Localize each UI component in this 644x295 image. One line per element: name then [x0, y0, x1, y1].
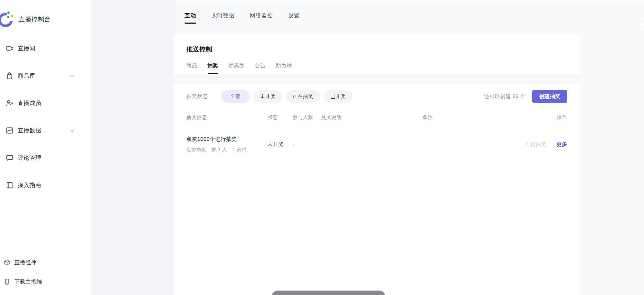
lottery-type: 点赞抽奖: [186, 146, 206, 153]
tab-settings[interactable]: 设置: [288, 12, 300, 24]
pill-label: 全部: [230, 93, 241, 100]
tab-label: 设置: [288, 12, 300, 18]
sidebar-item-product-library[interactable]: 商品库: [0, 62, 91, 89]
chart-icon: [6, 126, 14, 135]
subtab-label: 公告: [255, 62, 266, 68]
sidebar-item-label: 直播数据: [18, 127, 41, 135]
phone-icon: [4, 278, 10, 285]
subtab-boost-ranking[interactable]: 助力榜: [276, 62, 292, 74]
tab-realtime-data[interactable]: 实时数据: [211, 12, 234, 24]
sidebar-item-live-members[interactable]: 直播成员: [0, 89, 91, 117]
shopping-bag-icon: [6, 72, 14, 80]
status-filter-pills: 全部 未开奖 正在抽奖 已开奖: [221, 90, 352, 103]
main-content: 互动 实时数据 网络监控 设置 推送控制 商品 抽奖 优惠券 公告 助力榜 抽奖…: [91, 0, 644, 295]
push-type-tab-bar: 商品 抽奖 优惠券 公告 助力榜: [186, 62, 567, 74]
app-logo-row: 直播控制台: [0, 10, 91, 28]
push-control-card: 推送控制 商品 抽奖 优惠券 公告 助力榜 抽奖状态 全部 未开奖 正在抽奖 已…: [173, 34, 580, 295]
filter-pill-drawing[interactable]: 正在抽奖: [286, 90, 320, 103]
lottery-filter-row: 抽奖状态 全部 未开奖 正在抽奖 已开奖 还可以创建 99 个 创建抽奖: [186, 90, 567, 103]
comment-icon: [6, 154, 14, 162]
tab-label: 网络监控: [250, 12, 273, 18]
lottery-info-cell: 点赞1000个进行抽奖 点赞抽奖 抽 1 人 1 分钟: [186, 136, 268, 153]
chevron-down-icon[interactable]: [70, 74, 75, 78]
actions-cell: 开始抽奖 更多: [513, 141, 567, 148]
column-header: 参与人数: [293, 114, 321, 121]
sidebar-item-label: 接入指南: [18, 182, 41, 189]
filter-pill-drawn[interactable]: 已开奖: [324, 90, 352, 103]
sidebar-nav: 直播间 商品库 直播成员 直播数据: [0, 35, 91, 199]
column-header: 抽奖信息: [186, 114, 268, 121]
app-logo-icon: [0, 10, 16, 28]
column-header: 兑奖说明: [321, 114, 423, 121]
lottery-title: 点赞1000个进行抽奖: [186, 136, 268, 143]
filter-pill-all[interactable]: 全部: [221, 90, 250, 103]
video-camera-icon: [6, 44, 14, 52]
chevron-down-icon[interactable]: [70, 128, 75, 133]
remaining-quota-text: 还可以创建 99 个: [484, 93, 526, 100]
toast-notification: [272, 291, 385, 295]
sidebar-item-label: 直播成员: [18, 99, 41, 107]
section-divider-band: [173, 74, 580, 84]
sidebar-footer: 直播组件 下载主播端: [0, 246, 91, 295]
column-header: 状态: [268, 114, 293, 121]
subtab-label: 抽奖: [207, 62, 218, 68]
pill-label: 未开奖: [260, 93, 276, 100]
pill-label: 正在抽奖: [293, 93, 313, 100]
column-header: 备注: [423, 114, 513, 121]
sidebar-item-live-components[interactable]: 直播组件: [0, 253, 91, 272]
subtab-products[interactable]: 商品: [186, 62, 197, 74]
app-title: 直播控制台: [18, 15, 51, 24]
table-row: 点赞1000个进行抽奖 点赞抽奖 抽 1 人 1 分钟 未开奖 - 开始抽奖 更…: [186, 136, 567, 153]
sidebar-item-label: 商品库: [18, 72, 35, 80]
subtab-label: 商品: [186, 62, 197, 68]
sidebar: 直播控制台 直播间 商品库 直播成员: [0, 0, 91, 295]
subtab-label: 助力榜: [276, 62, 292, 68]
subtab-label: 优惠券: [228, 62, 245, 68]
column-header: 操作: [513, 114, 567, 121]
subtab-announcement[interactable]: 公告: [255, 62, 266, 74]
sidebar-item-label: 下载主播端: [14, 278, 42, 285]
tab-label: 互动: [185, 12, 196, 18]
tab-interaction[interactable]: 互动: [185, 12, 196, 24]
filter-label: 抽奖状态: [186, 93, 208, 100]
sidebar-item-label: 评论管理: [18, 154, 41, 162]
sidebar-item-download-streamer-app[interactable]: 下载主播端: [0, 272, 91, 291]
lottery-winner-count: 抽 1 人: [211, 146, 227, 153]
guide-book-icon: [6, 181, 14, 189]
top-tab-bar: 互动 实时数据 网络监控 设置: [185, 12, 300, 24]
pill-label: 已开奖: [330, 93, 346, 100]
tab-network-monitor[interactable]: 网络监控: [250, 12, 273, 24]
sidebar-item-comment-management[interactable]: 评论管理: [0, 144, 91, 172]
status-cell: 未开奖: [268, 141, 293, 148]
start-lottery-action[interactable]: 开始抽奖: [525, 141, 546, 148]
lottery-table-header: 抽奖信息 状态 参与人数 兑奖说明 备注 操作: [186, 114, 567, 126]
sidebar-item-label: 直播间: [18, 45, 35, 52]
lottery-duration: 1 分钟: [233, 146, 247, 153]
lottery-subtitle: 点赞抽奖 抽 1 人 1 分钟: [186, 146, 268, 153]
sidebar-item-live-data[interactable]: 直播数据: [0, 117, 91, 144]
member-icon: [6, 99, 14, 107]
sidebar-item-label: 直播组件: [14, 259, 37, 266]
filter-left-group: 抽奖状态 全部 未开奖 正在抽奖 已开奖: [186, 90, 352, 103]
cube-icon: [4, 259, 10, 266]
sidebar-item-live-room[interactable]: 直播间: [0, 35, 91, 62]
create-lottery-button[interactable]: 创建抽奖: [532, 90, 567, 103]
filter-pill-not-drawn[interactable]: 未开奖: [254, 90, 282, 103]
subtab-coupons[interactable]: 优惠券: [228, 62, 245, 74]
card-title: 推送控制: [186, 45, 567, 54]
participants-cell: -: [293, 142, 321, 148]
more-action[interactable]: 更多: [557, 141, 567, 148]
filter-right-group: 还可以创建 99 个 创建抽奖: [484, 90, 567, 103]
tab-label: 实时数据: [211, 12, 234, 18]
sidebar-item-integration-guide[interactable]: 接入指南: [0, 172, 91, 199]
subtab-lottery[interactable]: 抽奖: [207, 62, 218, 74]
